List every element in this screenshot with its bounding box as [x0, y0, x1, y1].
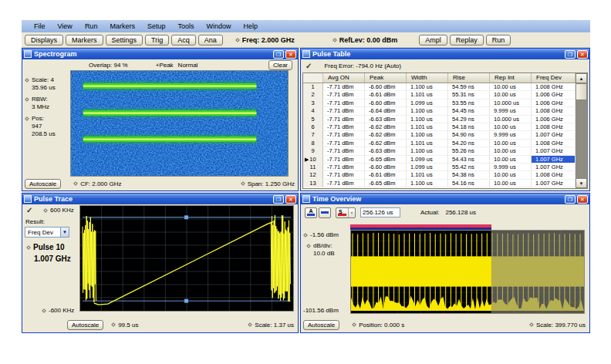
table-cell[interactable]: -7.71 dBm	[323, 147, 365, 155]
table-row[interactable]: 8-7.71 dBm-6.62 dBm1.101 us54.20 ns10.00…	[303, 140, 576, 147]
table-cell[interactable]: 55.31 ns	[448, 91, 490, 99]
table-cell[interactable]: 1.100 us	[407, 107, 448, 115]
table-cell[interactable]: 10.00 us	[490, 140, 532, 147]
table-cell[interactable]: 10.00 us	[490, 171, 532, 179]
table-cell[interactable]: -6.65 dBm	[365, 180, 407, 187]
table-row[interactable]: 9-7.71 dBm-6.63 dBm1.100 us55.26 ns10.00…	[303, 147, 576, 155]
table-cell[interactable]: 10.00 us	[490, 83, 532, 91]
table-row[interactable]: 11-7.71 dBm-6.60 dBm1.099 us55.42 ns9.99…	[303, 163, 576, 171]
table-cell[interactable]: 1.008 GHz	[532, 123, 576, 131]
table-cell[interactable]: -6.63 dBm	[365, 116, 407, 123]
table-cell[interactable]: -7.71 dBm	[323, 163, 365, 171]
table-row[interactable]: 10▶-7.71 dBm-6.65 dBm1.099 us54.43 ns10.…	[303, 156, 576, 163]
table-cell[interactable]: -6.62 dBm	[365, 123, 407, 131]
vertical-scrollbar[interactable]: ▲ ▼	[576, 73, 587, 188]
selected-table-cell[interactable]: 1.007 GHz	[532, 156, 576, 163]
toolbar-button-markers[interactable]: Markers	[66, 35, 103, 46]
table-row[interactable]: 7-7.71 dBm-6.62 dBm1.100 us54.90 ns9.999…	[303, 131, 576, 139]
table-cell[interactable]: 1.099 us	[407, 156, 448, 163]
y-max-field[interactable]: 600 KHz	[44, 207, 74, 214]
span-field[interactable]: Span: 1.250 GHz	[241, 180, 295, 187]
toolbar-button-ana[interactable]: Ana	[198, 35, 223, 46]
column-header-rise[interactable]: Rise	[448, 73, 490, 83]
scroll-up-button[interactable]: ▲	[576, 73, 587, 83]
table-cell[interactable]: 1.008 GHz	[532, 83, 576, 91]
table-cell[interactable]: -7.71 dBm	[323, 131, 365, 139]
table-cell[interactable]: 54.38 ns	[448, 171, 490, 179]
table-cell[interactable]: 1.100 us	[407, 180, 448, 187]
table-cell[interactable]: 1.101 us	[407, 123, 448, 131]
table-cell[interactable]: -6.61 dBm	[365, 171, 407, 179]
table-cell[interactable]: -7.71 dBm	[323, 140, 365, 147]
cf-field[interactable]: CF: 2.000 GHz	[74, 180, 121, 187]
column-header-rep-int[interactable]: Rep Int	[490, 73, 532, 83]
table-cell[interactable]: 54.45 ns	[448, 107, 490, 115]
table-cell[interactable]: 10.00 us	[490, 91, 532, 99]
close-button[interactable]: ✕	[285, 50, 296, 59]
table-cell[interactable]: 9.999 us	[490, 107, 532, 115]
table-cell[interactable]: -7.71 dBm	[323, 99, 365, 107]
table-cell[interactable]: -6.61 dBm	[365, 91, 407, 99]
toolbar-button-ampl[interactable]: Ampl	[419, 35, 447, 46]
table-cell[interactable]: 1.099 us	[407, 163, 448, 171]
pulse-select-field[interactable]: Pulse 10	[27, 243, 65, 251]
toolbar-button-trig[interactable]: Trig	[145, 35, 169, 46]
table-cell[interactable]: 10.00 us	[490, 156, 532, 163]
table-cell[interactable]: 54.43 ns	[448, 156, 490, 163]
table-cell[interactable]: 1.008 GHz	[532, 140, 576, 147]
table-cell[interactable]: 1.100 us	[407, 131, 448, 139]
rbw-field[interactable]: RBW:	[25, 96, 70, 103]
autoscale-button[interactable]: Autoscale	[303, 320, 339, 330]
table-cell[interactable]: -6.60 dBm	[365, 99, 407, 107]
table-cell[interactable]: 54.18 ns	[448, 123, 490, 131]
maximize-button[interactable]: ❐	[273, 50, 284, 59]
x-scale-field[interactable]: Scale: 399.770 us	[530, 322, 586, 329]
time-bar-button[interactable]	[319, 207, 331, 218]
table-cell[interactable]: -7.71 dBm	[323, 91, 365, 99]
column-header-freq-dev[interactable]: Freq Dev	[532, 73, 576, 83]
table-cell[interactable]: 54.29 ns	[448, 116, 490, 123]
table-cell[interactable]: 1.008 GHz	[532, 171, 576, 179]
menu-item-tools[interactable]: Tools	[171, 22, 200, 31]
table-cell[interactable]: -6.64 dBm	[365, 107, 407, 115]
table-row[interactable]: 1-7.71 dBm-6.60 dBm1.100 us54.59 ns10.00…	[303, 83, 576, 91]
table-cell[interactable]: -7.71 dBm	[323, 116, 365, 123]
x-position-field[interactable]: 99.5 us	[112, 322, 138, 329]
pulse-trace-plot[interactable]	[79, 205, 294, 312]
table-cell[interactable]: 1.008 GHz	[532, 107, 576, 115]
freq-field[interactable]: Freq: 2.000 GHz	[236, 36, 295, 44]
table-row[interactable]: 6-7.71 dBm-6.62 dBm1.101 us54.18 ns10.00…	[303, 123, 576, 131]
menu-item-file[interactable]: File	[28, 22, 52, 31]
table-cell[interactable]: -6.60 dBm	[365, 83, 407, 91]
menu-item-setup[interactable]: Setup	[141, 22, 172, 31]
table-row[interactable]: 2-7.71 dBm-6.61 dBm1.101 us55.31 ns10.00…	[303, 91, 576, 99]
check-icon[interactable]: ✓	[26, 206, 32, 214]
scale-field[interactable]: Scale: 4	[25, 76, 70, 83]
table-cell[interactable]: 1.006 GHz	[532, 91, 576, 99]
table-cell[interactable]: 9.999 us	[490, 131, 532, 139]
table-cell[interactable]: 9.999 us	[490, 163, 532, 171]
table-cell[interactable]: -6.62 dBm	[365, 131, 407, 139]
table-cell[interactable]: 55.26 ns	[448, 147, 490, 155]
table-cell[interactable]: 55.42 ns	[448, 163, 490, 171]
menu-item-window[interactable]: Window	[200, 22, 237, 31]
menu-item-markers[interactable]: Markers	[103, 22, 141, 31]
table-cell[interactable]: 1.006 GHz	[532, 116, 576, 123]
table-cell[interactable]: 10.00 us	[490, 123, 532, 131]
table-cell[interactable]: 1.007 GHz	[532, 163, 576, 171]
y-max-field[interactable]: -1.56 dBm	[304, 231, 339, 238]
table-cell[interactable]: 1.007 GHz	[532, 147, 576, 155]
y-min-field[interactable]: -600 KHz	[42, 307, 74, 314]
spectrogram-plot[interactable]	[70, 70, 289, 177]
table-cell[interactable]: 1.101 us	[407, 171, 448, 179]
column-header-peak[interactable]: Peak	[365, 73, 407, 83]
close-button[interactable]: ✕	[577, 195, 588, 204]
toolbar-button-displays[interactable]: Displays	[25, 35, 63, 46]
table-cell[interactable]: 1.007 GHz	[532, 131, 576, 139]
analysis-length-input[interactable]	[360, 207, 400, 217]
check-icon[interactable]: ✓	[306, 62, 312, 70]
table-cell[interactable]: 10.000 us	[490, 99, 532, 107]
maximize-button[interactable]: ❐	[273, 195, 284, 204]
table-cell[interactable]: -6.62 dBm	[365, 140, 407, 147]
x-position-field[interactable]: Position: 0.000 s	[353, 322, 404, 329]
